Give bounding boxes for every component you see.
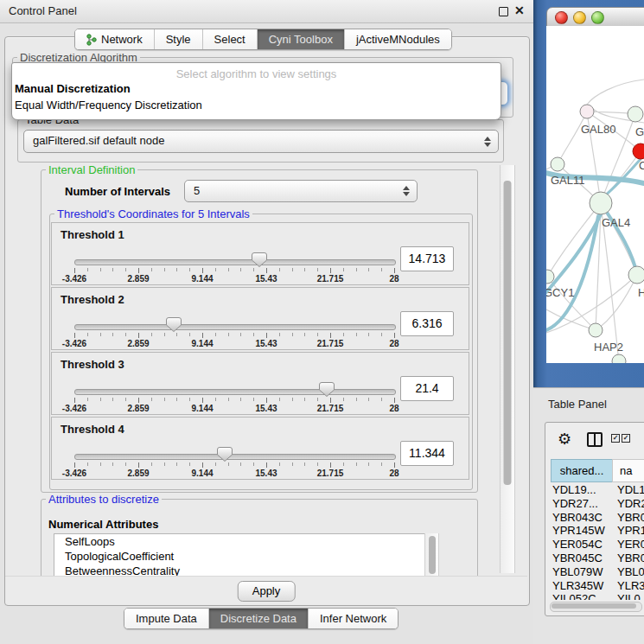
table-horizontal-scrollbar[interactable] bbox=[550, 602, 642, 612]
tab-select[interactable]: Select bbox=[203, 29, 258, 49]
slider-track[interactable] bbox=[74, 389, 396, 395]
table-row[interactable]: YLR345WYLR3 bbox=[545, 579, 644, 593]
threshold-value-field[interactable]: 21.4 bbox=[400, 376, 454, 401]
node-bottom[interactable] bbox=[612, 354, 626, 363]
node-hap2[interactable] bbox=[589, 323, 603, 337]
table-rows: YDL19...YDL1YDR27...YDR2YBR043CYBR0YPR14… bbox=[545, 483, 644, 600]
dropdown-option-manual[interactable]: Manual Discretization bbox=[12, 80, 501, 97]
slider-thumb[interactable] bbox=[251, 252, 268, 268]
tab-jactivemnodules[interactable]: jActiveMNodules bbox=[345, 29, 451, 49]
float-window-icon[interactable] bbox=[499, 7, 508, 16]
slider-track[interactable] bbox=[74, 324, 396, 330]
slider-thumb[interactable] bbox=[165, 316, 182, 333]
minimize-traffic-light-icon[interactable] bbox=[573, 11, 586, 24]
gear-icon[interactable]: ⚙ bbox=[558, 430, 571, 449]
slider-tick bbox=[87, 268, 88, 271]
close-traffic-light-icon[interactable] bbox=[555, 11, 568, 24]
cell-shared-name[interactable]: YDR27... bbox=[552, 497, 598, 510]
slider-scale-label: 2.859 bbox=[114, 469, 163, 478]
table-horizontal-scrollbar-thumb[interactable] bbox=[552, 603, 636, 609]
node-top-right[interactable] bbox=[628, 106, 643, 122]
column-header-name[interactable]: na bbox=[612, 459, 644, 482]
checkbox-icon[interactable]: ✓ bbox=[611, 434, 620, 443]
cell-name[interactable]: YBR0 bbox=[617, 511, 644, 524]
cell-shared-name[interactable]: YER054C bbox=[552, 538, 603, 551]
node-gcy1[interactable] bbox=[546, 270, 554, 284]
table-row[interactable]: YIL052CYIL0 bbox=[545, 592, 644, 600]
slider-tick bbox=[125, 268, 126, 271]
cell-name[interactable]: YER0 bbox=[617, 538, 644, 551]
threshold-label: Threshold 3 bbox=[61, 358, 124, 371]
cell-name[interactable]: YDR2 bbox=[617, 497, 644, 510]
threshold-value-field[interactable]: 11.344 bbox=[400, 441, 454, 466]
slider-scale-label: -3.426 bbox=[50, 404, 99, 413]
table-data-combobox[interactable]: galFiltered.sif default node bbox=[23, 130, 499, 153]
slider-tick bbox=[343, 268, 344, 271]
slider-tick bbox=[381, 333, 382, 336]
slider-thumb[interactable] bbox=[318, 381, 335, 398]
checkbox-icon[interactable]: ✓ bbox=[622, 434, 630, 443]
cell-name[interactable]: YLR3 bbox=[617, 579, 644, 592]
cell-name[interactable]: YDL1 bbox=[617, 483, 644, 496]
tab-discretize-data[interactable]: Discretize Data bbox=[209, 609, 309, 628]
slider-tick bbox=[381, 462, 382, 466]
node-gal80[interactable] bbox=[580, 105, 594, 118]
cell-shared-name[interactable]: YBL079W bbox=[552, 565, 603, 578]
slider-tick bbox=[138, 333, 139, 338]
dropdown-option-equal-width[interactable]: Equal Width/Frequency Discretization bbox=[12, 97, 501, 113]
tab-infer-network[interactable]: Infer Network bbox=[309, 609, 398, 628]
table-row[interactable]: YBR043CYBR0 bbox=[545, 511, 644, 525]
attribute-list-item[interactable]: SelfLoops bbox=[54, 534, 438, 549]
tab-impute-data-label: Impute Data bbox=[136, 609, 197, 628]
table-row[interactable]: YDR27...YDR2 bbox=[545, 497, 644, 511]
column-header-shared-name[interactable]: shared... bbox=[551, 459, 613, 482]
number-of-intervals-value: 5 bbox=[194, 181, 200, 201]
cell-shared-name[interactable]: YPR145W bbox=[552, 524, 605, 537]
table-row[interactable]: YPR145WYPR1 bbox=[545, 524, 644, 538]
tab-style[interactable]: Style bbox=[155, 29, 203, 49]
attributes-scrollbar[interactable] bbox=[424, 533, 439, 577]
cell-shared-name[interactable]: YIL052C bbox=[552, 592, 596, 600]
threshold-value-field[interactable]: 14.713 bbox=[400, 246, 454, 271]
tab-impute-data[interactable]: Impute Data bbox=[124, 609, 209, 628]
zoom-traffic-light-icon[interactable] bbox=[591, 11, 604, 24]
panel-scrollbar-thumb[interactable] bbox=[504, 181, 512, 485]
table-row[interactable]: YBR045CYBR0 bbox=[545, 552, 644, 565]
slider-tick bbox=[202, 333, 203, 338]
cell-name[interactable]: YBR0 bbox=[617, 552, 644, 564]
thresholds-list: Threshold 1 -3.4262.8599.14415.4321.7152… bbox=[51, 222, 469, 481]
cell-name[interactable]: YBL0 bbox=[617, 565, 644, 578]
network-window-titlebar[interactable] bbox=[546, 7, 644, 28]
attributes-scrollbar-thumb[interactable] bbox=[429, 536, 436, 574]
table-row[interactable]: YBL079WYBL0 bbox=[545, 565, 644, 579]
tab-network[interactable]: Network bbox=[75, 29, 155, 49]
node-gal4[interactable] bbox=[590, 192, 612, 214]
apply-button[interactable]: Apply bbox=[238, 581, 296, 602]
cell-shared-name[interactable]: YDL19... bbox=[552, 483, 596, 496]
node-red-selected[interactable] bbox=[633, 143, 644, 159]
slider-track[interactable] bbox=[74, 454, 396, 460]
number-of-intervals-combobox[interactable]: 5 bbox=[184, 180, 418, 202]
numerical-attributes-list[interactable]: SelfLoopsTopologicalCoefficientBetweenne… bbox=[54, 533, 439, 579]
node-gal11[interactable] bbox=[551, 157, 564, 171]
cell-shared-name[interactable]: YLR345W bbox=[552, 579, 603, 592]
table-row[interactable]: YDL19...YDL1 bbox=[545, 483, 644, 497]
threshold-value-field[interactable]: 6.316 bbox=[400, 311, 454, 336]
slider-tick bbox=[87, 462, 88, 466]
cell-name[interactable]: YIL0 bbox=[617, 592, 641, 600]
split-columns-icon[interactable] bbox=[587, 432, 603, 447]
cell-shared-name[interactable]: YBR045C bbox=[552, 552, 603, 564]
slider-track[interactable] bbox=[74, 259, 396, 265]
cell-name[interactable]: YPR1 bbox=[617, 524, 644, 537]
attribute-list-item[interactable]: TopologicalCoefficient bbox=[54, 549, 438, 564]
panel-scrollbar[interactable] bbox=[500, 165, 515, 573]
close-icon[interactable]: ✕ bbox=[514, 3, 525, 17]
tab-cyni-toolbox[interactable]: Cyni Toolbox bbox=[258, 29, 345, 49]
node-h[interactable] bbox=[628, 266, 644, 284]
dropdown-placeholder-option[interactable]: Select algorithm to view settings bbox=[12, 67, 501, 80]
network-canvas[interactable]: GAL80 GA C GAL11 GAL4 GCY1 H HAP2 bbox=[546, 26, 644, 363]
slider-tick bbox=[100, 398, 101, 401]
cell-shared-name[interactable]: YBR043C bbox=[552, 511, 603, 524]
slider-thumb[interactable] bbox=[216, 446, 233, 462]
table-row[interactable]: YER054CYER0 bbox=[545, 538, 644, 552]
